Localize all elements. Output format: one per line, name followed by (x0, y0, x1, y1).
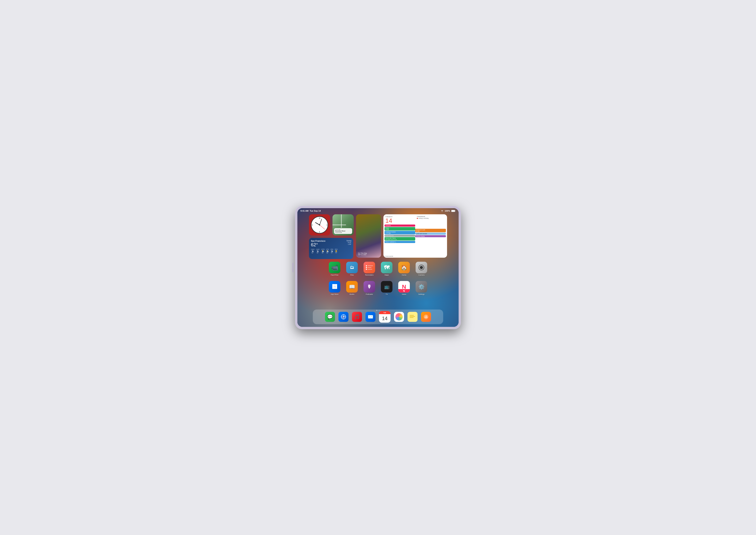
cal-event-stockroom: Stockroom audit10 AM (415, 229, 446, 232)
cal-today: TUESDAY 14 (385, 216, 414, 224)
status-time: 9:41 AM (300, 210, 309, 212)
weather-hour-5: 3PM ☀️ 70° (335, 249, 338, 253)
cal-event-travel: 30 min travel time (384, 235, 415, 237)
files-icon-symbol: 🗂 (350, 265, 354, 270)
app-maps-label: Maps (384, 274, 389, 276)
safari-icon-svg (341, 314, 347, 320)
photos-on-this-day: On This Day SEP 14, 2020 (358, 252, 379, 255)
status-bar: 9:41 AM Tue Sep 14 100% (297, 208, 459, 213)
ipad-screen: 9:41 AM Tue Sep 14 100% (297, 208, 459, 327)
minute-hand (319, 219, 322, 225)
app-reminders-label: Reminders (365, 274, 374, 276)
photos-widget[interactable]: On This Day SEP 14, 2020 (356, 214, 381, 258)
dock-notes[interactable] (408, 312, 417, 322)
app-podcasts[interactable]: 🎙 Podcasts (364, 281, 375, 295)
weather-hour-4: 2PM 🌤 70° (330, 249, 333, 253)
dock-mail[interactable]: ✉️ (365, 312, 376, 322)
app-podcasts-label: Podcasts (366, 293, 373, 295)
notes-line-2 (409, 316, 415, 317)
weather-deg-3: 68° (326, 252, 329, 253)
svg-text:🕹: 🕹 (425, 315, 427, 318)
svg-rect-1 (451, 210, 455, 211)
app-news-label: News (402, 293, 406, 295)
tv-icon-symbol: 📺 (384, 284, 389, 289)
clock-face: 12 3 6 9 (311, 216, 328, 234)
cal-event-return: Return customer s... (384, 241, 415, 243)
app-facetime[interactable]: 📹 FaceTime (329, 262, 340, 276)
widgets-col1-top: 12 3 6 9 (309, 214, 354, 236)
dock-arcade[interactable]: 🕹 (421, 312, 431, 322)
arcade-icon-svg: 🕹 (423, 314, 429, 320)
books-icon: 📖 (346, 281, 358, 293)
app-files[interactable]: 🗂 Files (346, 262, 358, 276)
notes-line-3 (409, 318, 413, 318)
cal-tomorrow-label: TOMORROW (417, 216, 445, 217)
weather-hour-2: 12PM ⛅ 65° (321, 249, 324, 253)
weather-deg-2: 65° (321, 252, 324, 253)
app-books[interactable]: 📖 Books (346, 281, 358, 295)
status-right: 100% (441, 210, 456, 212)
app-row-2: 🅰 App Store 📖 Books 🎙 Podcasts (309, 281, 447, 295)
widgets-area: 12 3 6 9 (309, 214, 447, 259)
tomorrow-event-dot (417, 218, 418, 219)
weather-hour-0: 10AM 🌤 62° (311, 249, 314, 253)
maps-widget[interactable]: 2 min ago Russian River Guerneville (332, 214, 354, 236)
dock-safari[interactable] (339, 312, 348, 322)
weather-time-0: 10AM (311, 249, 314, 250)
dock-messages[interactable]: 💬 (325, 312, 335, 322)
app-appstore[interactable]: 🅰 App Store (329, 281, 340, 295)
app-tv-label: TV (385, 293, 388, 295)
app-camera[interactable]: Camera (416, 262, 427, 276)
cal-header: TUESDAY 14 TOMORROW Ashley's birthday (383, 214, 447, 225)
clock-widget[interactable]: 12 3 6 9 (309, 214, 330, 236)
weather-time-3: 1PM (326, 249, 329, 250)
maps-icon: 🗺 (381, 262, 392, 273)
on-this-day-label: On This Day (358, 252, 379, 254)
dock-calendar[interactable]: TUE 14 (379, 311, 391, 323)
dock-calendar-day-label: TUE (379, 311, 391, 314)
settings-icon: ⚙️ (416, 281, 427, 293)
wifi-icon (441, 210, 443, 212)
app-settings[interactable]: ⚙️ Settings (416, 281, 427, 295)
notes-lines-icon (409, 315, 415, 319)
volume-button (292, 263, 293, 272)
tv-icon: 📺 (381, 281, 392, 293)
books-icon-symbol: 📖 (349, 284, 355, 290)
cal-more-events: 2 more events (383, 256, 447, 258)
app-files-label: Files (350, 274, 354, 276)
app-reminders[interactable]: Reminders (364, 262, 375, 276)
app-appstore-label: App Store (331, 293, 339, 295)
app-tv[interactable]: 📺 TV (381, 281, 392, 295)
weather-widget[interactable]: San Francisco 62° Sunny H:70° L:55° 10AM… (309, 238, 353, 259)
settings-icon-symbol: ⚙️ (418, 284, 424, 290)
on-this-day-date: SEP 14, 2020 (358, 254, 379, 255)
cal-event-pilates: Pilates10 AM (384, 227, 415, 231)
status-left: 9:41 AM Tue Sep 14 (300, 210, 321, 212)
calendar-widget[interactable]: TUESDAY 14 TOMORROW Ashley's birthday Vo… (383, 214, 447, 258)
app-home[interactable]: 🏠 Home (398, 262, 410, 276)
cal-col2: Stockroom audit10 AM Lunch with Gonzalo … (415, 225, 446, 254)
dock-music[interactable]: 🎵 (352, 312, 362, 322)
weather-time-4: 2PM (330, 249, 333, 250)
app-maps[interactable]: 🗺 Maps (381, 262, 392, 276)
appstore-icon-symbol: 🅰 (332, 284, 337, 290)
weather-city: San Francisco (311, 240, 325, 242)
news-icon: N N (398, 281, 410, 293)
weather-time-5: 3PM (335, 249, 338, 250)
podcasts-icon-symbol: 🎙 (367, 284, 372, 290)
notes-line-1 (409, 315, 414, 316)
reminders-icon (364, 262, 375, 273)
app-news[interactable]: N N News (398, 281, 410, 295)
clock-center (319, 224, 320, 225)
cal-tomorrow: TOMORROW Ashley's birthday (417, 216, 445, 224)
weather-hour-1: 11AM 🌤 64° (316, 249, 319, 253)
dock-photos[interactable] (394, 312, 404, 322)
news-stripe: N (398, 289, 410, 293)
facetime-icon-symbol: 📹 (331, 264, 338, 271)
cal-col1: Volleyball Pilates10 AM Customer invoice… (384, 225, 415, 254)
weather-high: H:70° (347, 242, 351, 243)
weather-hour-3: 1PM ⛅ 68° (326, 249, 329, 253)
weather-temp: 62° (311, 242, 325, 247)
app-row-1: 📹 FaceTime 🗂 Files (309, 262, 447, 276)
weather-deg-0: 62° (311, 252, 314, 253)
